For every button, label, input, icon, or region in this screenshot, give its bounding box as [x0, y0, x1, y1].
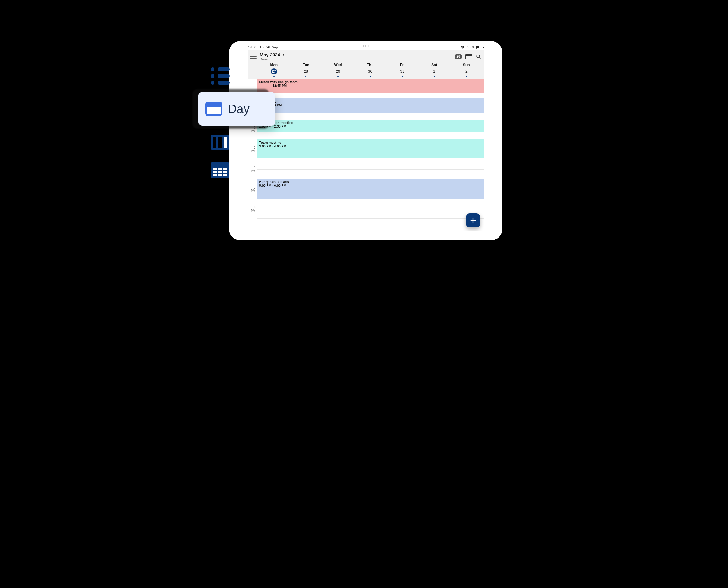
- hour-label: 6: [251, 206, 256, 209]
- agenda-view-icon[interactable]: [211, 67, 230, 88]
- events-area: Lunch with design team 12:45 PM nry :30 …: [257, 79, 484, 231]
- event-title: nry: [271, 100, 481, 103]
- day-view-label: Day: [228, 102, 250, 116]
- header-title: May 2024: [260, 52, 280, 57]
- event-title: Team meeting: [259, 141, 481, 144]
- event-time: 2:00 PM - 2:30 PM: [259, 124, 481, 128]
- day-of-week-label: Mon: [258, 63, 290, 67]
- wifi-icon: [461, 45, 465, 49]
- three-day-view-icon[interactable]: [211, 135, 229, 150]
- svg-point-0: [477, 55, 480, 58]
- event-title: Project pitch meeting: [259, 121, 481, 124]
- day-of-week-label: Fri: [386, 63, 419, 67]
- add-event-button[interactable]: [466, 213, 480, 228]
- day-number: 2: [463, 68, 470, 75]
- day-header-fri[interactable]: Fri 31: [386, 63, 419, 77]
- event-time: :30 PM: [271, 103, 481, 107]
- event-title: Henry karate class: [259, 180, 481, 184]
- tablet-frame: 14:00 Thu 26. Sep 38 %: [229, 41, 502, 240]
- hour-ampm: PM: [251, 189, 256, 192]
- event-team-meeting[interactable]: Team meeting 3:00 PM - 4:00 PM: [257, 140, 484, 159]
- status-bar: 14:00 Thu 26. Sep 38 %: [247, 44, 484, 50]
- day-header-thu[interactable]: Thu 30: [354, 63, 386, 77]
- day-header-tue[interactable]: Tue 28: [290, 63, 322, 77]
- hour-line: [257, 169, 484, 170]
- day-of-week-label: Sun: [450, 63, 483, 67]
- event-dot: [274, 76, 275, 77]
- statusbar-battery-pct: 38 %: [467, 45, 474, 49]
- account-status: Online: [260, 58, 285, 61]
- month-view-icon[interactable]: [211, 163, 229, 178]
- battery-icon: [477, 46, 483, 49]
- tablet-screen: 14:00 Thu 26. Sep 38 %: [247, 44, 484, 231]
- day-header-sat[interactable]: Sat 1: [418, 63, 450, 77]
- event-dot: [466, 76, 467, 77]
- day-number: 1: [431, 68, 438, 75]
- day-number: 28: [303, 68, 309, 75]
- day-of-week-label: Sat: [418, 63, 450, 67]
- hour-ampm: PM: [251, 149, 256, 153]
- hour-line: [257, 209, 484, 209]
- event-karate[interactable]: Henry karate class 5:00 PM - 6:00 PM: [257, 179, 484, 199]
- week-day-header: Mon 27 Tue 28 Wed 29 Th: [249, 62, 483, 79]
- event-dot: [434, 76, 435, 77]
- hour-label: 4: [251, 166, 256, 169]
- day-of-week-label: Thu: [354, 63, 386, 67]
- multitask-dots-icon[interactable]: [363, 45, 369, 47]
- event-dot: [370, 76, 371, 77]
- chevron-down-icon: ▼: [282, 53, 285, 57]
- day-of-week-label: Wed: [322, 63, 354, 67]
- day-view-icon: [205, 102, 222, 116]
- event-title: Lunch with design team: [259, 80, 481, 84]
- today-button[interactable]: 26: [455, 54, 461, 59]
- calendar-day-view[interactable]: 2 PM 3 PM 4 PM 5 PM: [247, 79, 484, 231]
- calendar-view-switcher-icon[interactable]: [465, 54, 472, 60]
- event-time: 3:00 PM - 4:00 PM: [259, 144, 481, 148]
- svg-line-1: [479, 57, 481, 59]
- event-lunch[interactable]: Lunch with design team 12:45 PM: [257, 79, 484, 93]
- event-time: 12:45 PM: [259, 84, 481, 87]
- day-view-option[interactable]: Day: [199, 92, 275, 126]
- menu-icon[interactable]: [250, 53, 257, 60]
- event-partial[interactable]: nry :30 PM: [257, 99, 484, 112]
- event-dot: [305, 76, 306, 77]
- day-of-week-label: Tue: [290, 63, 322, 67]
- hour-label: 5: [251, 186, 256, 189]
- day-header-wed[interactable]: Wed 29: [322, 63, 354, 77]
- statusbar-date: Thu 26. Sep: [260, 45, 278, 49]
- day-header-sun[interactable]: Sun 2: [450, 63, 483, 77]
- hour-ampm: PM: [251, 169, 256, 173]
- event-dot: [402, 76, 403, 77]
- month-picker[interactable]: May 2024 ▼: [260, 52, 285, 57]
- hour-ampm: PM: [251, 209, 256, 212]
- day-number: 31: [399, 68, 406, 75]
- event-pitch[interactable]: Project pitch meeting 2:00 PM - 2:30 PM: [257, 120, 484, 132]
- event-dot: [338, 76, 339, 77]
- day-header-mon[interactable]: Mon 27: [258, 63, 290, 77]
- day-number: 29: [335, 68, 341, 75]
- day-number: 27: [270, 68, 277, 75]
- event-time: 5:00 PM - 6:00 PM: [259, 184, 481, 187]
- hour-ampm: PM: [251, 129, 256, 133]
- hour-line: [257, 218, 484, 218]
- app-header: May 2024 ▼ Online 26: [247, 50, 484, 79]
- day-number: 30: [367, 68, 374, 75]
- search-icon[interactable]: [476, 54, 481, 60]
- statusbar-time: 14:00: [248, 45, 257, 49]
- hour-label: 3: [251, 146, 256, 149]
